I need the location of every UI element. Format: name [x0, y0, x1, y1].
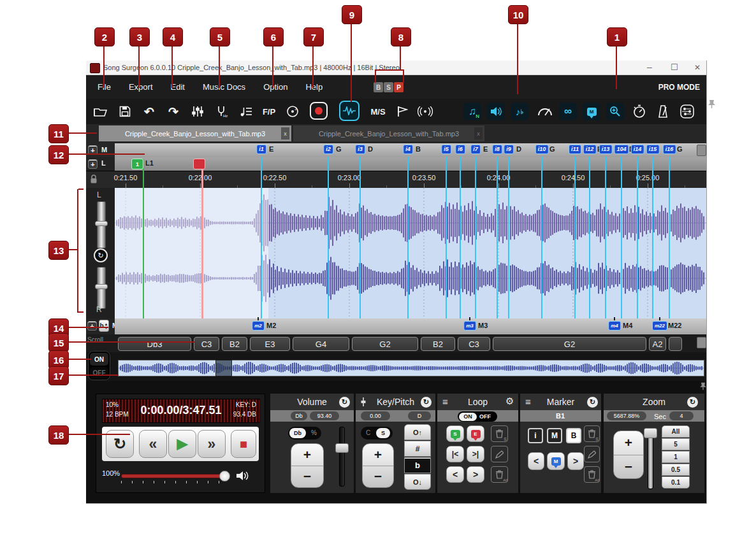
loop-start-marker[interactable]: 1: [131, 159, 143, 169]
toggle-db[interactable]: Db: [294, 430, 302, 436]
beat-marker[interactable]: m22: [652, 321, 667, 331]
keypitch-reset-icon[interactable]: ↻: [421, 397, 432, 408]
toggle-percent[interactable]: %: [311, 429, 317, 436]
zoom-preset-1[interactable]: 1: [662, 451, 690, 463]
chord-button[interactable]: G2: [493, 337, 646, 351]
scroll-off-button[interactable]: OFF: [90, 367, 108, 379]
right-volume-thumb[interactable]: [95, 284, 108, 289]
record-button[interactable]: [310, 102, 328, 120]
broadcast-icon[interactable]: [416, 102, 435, 121]
timeline-marker[interactable]: i10: [535, 145, 549, 154]
marker-type-m-button[interactable]: M: [547, 428, 562, 443]
time-ruler[interactable]: 0:21.500:22.000:22.500:23.000:23.500:24.…: [86, 171, 706, 188]
sharp-button[interactable]: #: [404, 441, 431, 457]
beat-marker[interactable]: m3: [463, 321, 476, 331]
zoom-preset-all[interactable]: All: [662, 425, 690, 438]
marker-delete-all-button[interactable]: All: [584, 466, 600, 483]
timeline-marker[interactable]: i7: [470, 145, 481, 154]
toggle-semitones[interactable]: S: [381, 430, 385, 436]
eq-mixer-icon[interactable]: [188, 102, 207, 121]
tab-inactive[interactable]: Cripple_Creek_Banjo_Lesson_with_Tab.mp3 …: [293, 125, 484, 141]
loop-end-marker[interactable]: [193, 159, 205, 169]
loop-start-button[interactable]: S: [446, 425, 464, 442]
timeline-marker[interactable]: i16: [663, 145, 676, 154]
mode-button-p[interactable]: P: [394, 82, 403, 92]
zoom-reset-icon[interactable]: ↻: [687, 397, 698, 408]
lane-collapse-button[interactable]: [697, 145, 706, 156]
tab-close-icon[interactable]: x: [474, 127, 483, 139]
chord-button[interactable]: C3: [194, 337, 219, 351]
marker-lane-top[interactable]: + M: [86, 143, 706, 157]
overview-waveform[interactable]: [119, 360, 704, 376]
zoom-preset-01[interactable]: 0.1: [662, 476, 690, 489]
loop-delete-selected-button[interactable]: S: [491, 425, 508, 442]
chord-button[interactable]: G2: [352, 337, 418, 351]
pin-icon[interactable]: [708, 99, 716, 109]
hamburger-icon[interactable]: ≡: [525, 396, 531, 407]
volume-unit-toggle[interactable]: Db %: [288, 427, 321, 439]
timeline-marker[interactable]: i12: [583, 145, 597, 154]
timeline-marker[interactable]: i14: [631, 145, 644, 154]
menu-music-docs[interactable]: Music Docs: [203, 82, 245, 92]
loop-next-edge-button[interactable]: >|: [467, 446, 484, 462]
undo-icon[interactable]: ↶: [140, 102, 159, 121]
cd-note-icon[interactable]: ♪: [284, 102, 303, 121]
gauge-icon[interactable]: [535, 102, 555, 121]
timeline-marker[interactable]: i11: [569, 145, 581, 154]
loop-end-button[interactable]: E: [467, 425, 484, 442]
left-volume-thumb[interactable]: [95, 221, 108, 226]
minimize-button[interactable]: –: [647, 62, 652, 72]
zoom-rocker[interactable]: +−: [613, 431, 644, 479]
select-flag-icon[interactable]: [393, 102, 412, 121]
timeline-marker[interactable]: i15: [646, 145, 660, 154]
flat-button[interactable]: b: [404, 457, 431, 473]
mode-button-s[interactable]: S: [384, 82, 393, 92]
loop-prev-edge-button[interactable]: |<: [446, 446, 464, 462]
cent-semitone-toggle[interactable]: C S: [361, 427, 393, 439]
music-notes-list-icon[interactable]: [236, 102, 256, 121]
loop-delete-all-button[interactable]: All: [491, 466, 508, 483]
volume-reset-icon[interactable]: ↻: [339, 397, 350, 408]
zoom-preset-5[interactable]: 5: [662, 438, 690, 450]
timeline-marker[interactable]: i2: [323, 145, 333, 154]
loop-lane[interactable]: + L 1 L1: [86, 157, 706, 171]
chord-button[interactable]: [669, 337, 682, 351]
chord-button[interactable]: G4: [293, 337, 349, 351]
octave-down-button[interactable]: O↓: [404, 474, 431, 490]
redo-icon[interactable]: ↷: [164, 102, 183, 121]
timeline-marker[interactable]: i8: [492, 145, 502, 154]
overview-view-window[interactable]: [215, 360, 232, 376]
marker-type-b-button[interactable]: B: [566, 428, 581, 443]
note-detect-icon[interactable]: ♫N: [463, 103, 481, 120]
volume-rocker[interactable]: +−: [291, 443, 324, 488]
timeline-marker[interactable]: i3: [355, 145, 365, 154]
chord-button[interactable]: E3: [250, 337, 290, 351]
speaker-small-icon[interactable]: [236, 470, 250, 481]
metronome-icon[interactable]: [653, 102, 672, 121]
marker-prev-button[interactable]: <: [528, 452, 544, 470]
timeline-marker[interactable]: i4: [403, 145, 413, 154]
marker-goto-button[interactable]: M: [547, 452, 565, 470]
open-file-icon[interactable]: [91, 102, 110, 121]
loop-edit-button[interactable]: [491, 446, 508, 462]
timeline-marker[interactable]: i1: [256, 145, 266, 154]
hamburger-icon[interactable]: ≡: [442, 396, 448, 407]
loop-next-button[interactable]: >: [467, 466, 484, 483]
marker-next-button[interactable]: >: [567, 452, 584, 470]
chord-scroll-button[interactable]: [697, 337, 706, 348]
tab-close-icon[interactable]: x: [281, 127, 289, 139]
zoom-in-icon[interactable]: [606, 103, 624, 120]
volume-slider-thumb[interactable]: [335, 443, 349, 453]
marker-edit-button[interactable]: [584, 446, 600, 462]
timeline-marker[interactable]: i6: [455, 145, 465, 154]
add-marker-button[interactable]: +: [87, 321, 97, 331]
waveform-view-button[interactable]: [339, 101, 360, 121]
marker-type-i-button[interactable]: i: [528, 428, 543, 443]
close-button[interactable]: ✕: [694, 63, 701, 72]
gear-icon[interactable]: ⚙: [505, 396, 514, 407]
fast-forward-button[interactable]: »: [198, 430, 226, 458]
playback-volume-knob[interactable]: [219, 471, 230, 481]
rewind-button[interactable]: «: [139, 430, 167, 458]
timeline-marker[interactable]: i9: [504, 145, 514, 154]
chord-button[interactable]: C3: [458, 337, 490, 351]
